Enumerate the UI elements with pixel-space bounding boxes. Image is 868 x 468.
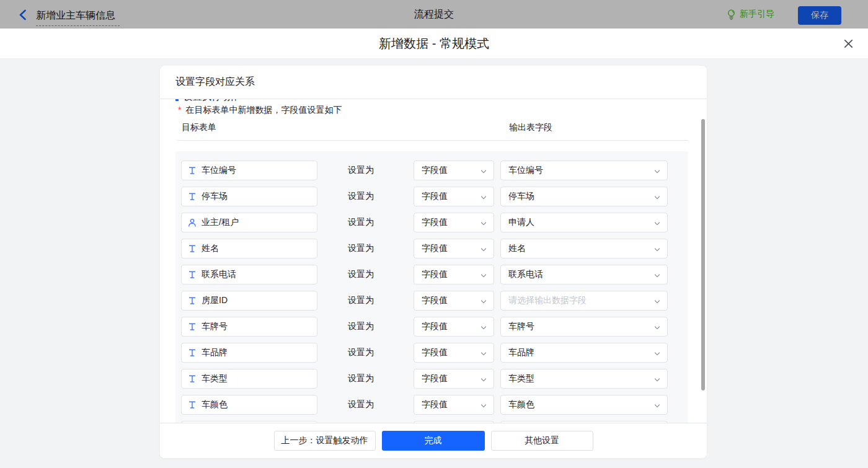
- field-mapping-row: 车品牌 设置为 字段值 车品牌: [181, 343, 683, 363]
- value-mode-select[interactable]: 字段值: [414, 369, 494, 389]
- output-field-select[interactable]: 车颜色: [500, 395, 668, 415]
- chevron-down-icon: [653, 167, 661, 177]
- column-header-output-field: 输出表字段: [509, 121, 552, 133]
- chevron-down-icon: [653, 350, 661, 360]
- modal-dim-overlay: [0, 0, 868, 29]
- value-mode-select[interactable]: 字段值: [414, 395, 494, 415]
- set-as-label: 设置为: [348, 165, 374, 176]
- chevron-down-icon: [653, 324, 661, 333]
- value-mode-select[interactable]: 字段值: [414, 213, 494, 232]
- value-mode-select[interactable]: 字段值: [414, 187, 494, 206]
- value-mode-text: 字段值: [422, 165, 448, 176]
- close-icon: [844, 39, 853, 48]
- target-field-label: 车牌号: [202, 321, 228, 332]
- set-as-label: 设置为: [348, 269, 374, 280]
- set-as-label: 设置为: [348, 243, 374, 254]
- text-field-icon: [188, 296, 197, 305]
- add-data-modal: 新增数据 - 常规模式 设置字段对应关系 设置执行动作 *在目标表单中新增数据，…: [0, 29, 868, 468]
- value-mode-select[interactable]: 字段值: [414, 317, 494, 337]
- vertical-scrollbar-thumb[interactable]: [701, 119, 705, 391]
- card-scroll-area[interactable]: 设置执行动作 *在目标表单中新增数据，字段值设置如下 目标表单 输出表字段 车位…: [160, 99, 707, 423]
- text-field-icon: [188, 374, 197, 383]
- output-field-select[interactable]: 请选择输出数据字段: [500, 291, 668, 311]
- card-title: 设置字段对应关系: [160, 66, 707, 99]
- field-mapping-row: 车颜色 设置为 字段值 车颜色: [181, 395, 683, 415]
- chevron-down-icon: [653, 376, 661, 386]
- chevron-down-icon: [653, 245, 661, 255]
- output-field-text: 车品牌: [508, 347, 534, 358]
- value-mode-select[interactable]: 字段值: [414, 265, 494, 285]
- chevron-down-icon: [480, 324, 487, 333]
- chevron-down-icon: [480, 245, 487, 255]
- target-field-box[interactable]: 姓名: [181, 239, 317, 258]
- field-mapping-row: 房屋ID 设置为 字段值 请选择输出数据字段: [181, 291, 683, 311]
- chevron-down-icon: [480, 350, 487, 360]
- value-mode-select[interactable]: 字段值: [414, 161, 494, 180]
- value-mode-text: 字段值: [422, 243, 448, 254]
- output-field-text: 车类型: [508, 373, 534, 384]
- target-field-box[interactable]: 联系电话: [181, 265, 317, 285]
- text-field-icon: [188, 322, 197, 331]
- set-as-label: 设置为: [348, 191, 374, 202]
- output-field-select[interactable]: 车位编号: [500, 161, 668, 180]
- set-as-label: 设置为: [348, 347, 374, 358]
- chevron-down-icon: [480, 219, 487, 229]
- set-as-label: 设置为: [348, 295, 374, 306]
- chevron-down-icon: [653, 193, 661, 203]
- output-field-select[interactable]: 联系电话: [500, 265, 668, 285]
- value-mode-text: 字段值: [422, 191, 448, 202]
- target-field-box[interactable]: 房屋ID: [181, 291, 317, 311]
- output-field-text: 停车场: [508, 191, 534, 202]
- output-field-text: 姓名: [508, 243, 526, 254]
- field-mapping-row: 姓名 设置为 字段值 姓名: [181, 239, 683, 258]
- target-field-label: 车类型: [202, 373, 228, 384]
- modal-close-button[interactable]: [843, 38, 853, 48]
- other-settings-button[interactable]: 其他设置: [491, 431, 593, 451]
- field-mapping-row: 车牌号 设置为 字段值 车牌号: [181, 317, 683, 337]
- set-as-label: 设置为: [348, 321, 374, 332]
- value-mode-select[interactable]: 字段值: [414, 291, 494, 311]
- column-header-target-form: 目标表单: [182, 121, 216, 133]
- target-field-label: 姓名: [202, 243, 219, 254]
- output-field-select[interactable]: 车品牌: [500, 343, 668, 363]
- target-field-box[interactable]: 车颜色: [181, 395, 317, 415]
- field-mapping-row: 车位编号 设置为 字段值 车位编号: [181, 161, 683, 180]
- field-mapping-card: 设置字段对应关系 设置执行动作 *在目标表单中新增数据，字段值设置如下 目标表单…: [160, 66, 707, 458]
- field-mapping-rows-panel: 车位编号 设置为 字段值 车位编号 停车场 设置为 字段值: [175, 151, 688, 423]
- output-field-select[interactable]: 车牌号: [500, 317, 668, 337]
- value-mode-select[interactable]: 字段值: [414, 343, 494, 363]
- output-field-text: 请选择输出数据字段: [508, 295, 587, 306]
- value-mode-select[interactable]: 字段值: [414, 239, 494, 258]
- text-field-icon: [188, 192, 197, 201]
- target-field-box[interactable]: 车品牌: [181, 343, 317, 363]
- target-field-label: 联系电话: [202, 269, 236, 280]
- target-field-box[interactable]: 车位编号: [181, 161, 317, 180]
- chevron-down-icon: [653, 402, 661, 412]
- output-field-text: 车位编号: [508, 165, 543, 176]
- output-field-text: 申请人: [508, 217, 534, 228]
- output-field-select[interactable]: 停车场: [500, 187, 668, 206]
- chevron-down-icon: [480, 402, 487, 412]
- chevron-down-icon: [480, 298, 487, 307]
- modal-title: 新增数据 - 常规模式: [379, 35, 489, 52]
- value-mode-text: 字段值: [422, 269, 448, 280]
- target-field-box[interactable]: 停车场: [181, 187, 317, 206]
- done-button[interactable]: 完成: [382, 431, 485, 451]
- target-field-box[interactable]: 车类型: [181, 369, 317, 389]
- value-mode-text: 字段值: [422, 399, 448, 410]
- output-field-select[interactable]: 车类型: [500, 369, 668, 389]
- chevron-down-icon: [653, 298, 661, 307]
- text-field-icon: [188, 166, 197, 175]
- value-mode-text: 字段值: [422, 295, 448, 306]
- output-field-select[interactable]: 申请人: [500, 213, 668, 232]
- output-field-select[interactable]: 姓名: [500, 239, 668, 258]
- section-bullet: [175, 99, 179, 101]
- chevron-down-icon: [480, 272, 487, 281]
- set-as-label: 设置为: [348, 217, 374, 228]
- field-mapping-row: 车类型 设置为 字段值 车类型: [181, 369, 683, 389]
- target-field-box[interactable]: 业主/租户: [181, 213, 317, 232]
- previous-step-button[interactable]: 上一步：设置触发动作: [274, 431, 376, 451]
- target-field-label: 停车场: [202, 191, 228, 202]
- value-mode-text: 字段值: [422, 321, 448, 332]
- target-field-box[interactable]: 车牌号: [181, 317, 317, 337]
